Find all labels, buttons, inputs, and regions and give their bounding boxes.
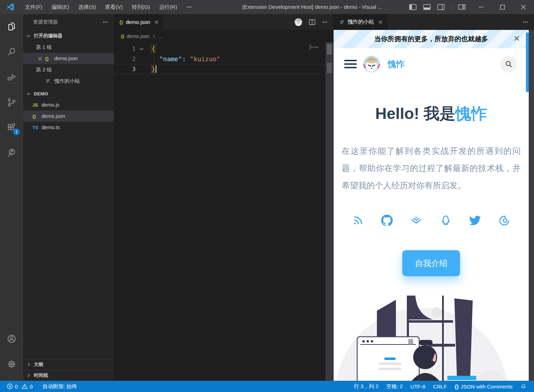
code-editor[interactable]: 1 { 2 "name": "kuizuo" 3 } (114, 42, 333, 381)
menu-edit[interactable]: 编辑(E) (47, 0, 74, 14)
settings-gear-icon[interactable] (3, 355, 20, 373)
tab-kuizuo-site[interactable]: 愧怍的小站 (334, 14, 387, 30)
hero-title: Hello! 我是愧怍 (334, 103, 529, 124)
menu-selection[interactable]: 选择(S) (74, 0, 100, 14)
scrollbar-thumb[interactable] (327, 44, 332, 55)
chevron-down-icon (26, 91, 32, 96)
sidebar-title: 资源管理器 (33, 19, 58, 25)
extensions-icon[interactable]: 1 (3, 119, 20, 137)
breadcrumbs: {} demo.json ... (114, 30, 333, 42)
open-editors-section-header[interactable]: 打开的编辑器 (23, 30, 114, 42)
run-debug-icon[interactable] (3, 68, 20, 86)
sidebar-more-actions-icon[interactable] (103, 19, 108, 25)
hamburger-menu-icon[interactable] (344, 60, 357, 68)
cursor-position[interactable]: 行 3，列 2 (350, 381, 382, 392)
announcement-close-icon[interactable] (513, 35, 520, 42)
menubar: 文件(F) 编辑(E) 选择(S) 查看(V) 转到(G) 运行(R) (20, 0, 197, 14)
rss-icon[interactable] (352, 215, 364, 226)
timeline-section-header[interactable]: 时间线 (23, 370, 114, 381)
menu-run[interactable]: 运行(R) (155, 0, 182, 14)
explorer-sidebar: 资源管理器 打开的编辑器 第 1 组 {} demo.json 第 2 组 (23, 14, 114, 381)
close-tab-icon[interactable] (377, 19, 384, 26)
text-cursor (156, 65, 156, 73)
vscode-logo-icon (0, 3, 20, 11)
minimize-button[interactable] (471, 0, 492, 14)
titlebar: 文件(F) 编辑(E) 选择(S) 查看(V) 转到(G) 运行(R) [Ext… (0, 0, 534, 14)
twitter-icon[interactable] (469, 215, 481, 226)
auto-attach-indicator[interactable]: 自动附加: 始终 (39, 381, 80, 392)
fold-chevron-icon[interactable] (139, 46, 146, 51)
json-file-icon: {} (119, 19, 123, 25)
editor-group-1: {} demo.json (114, 14, 333, 381)
extension-avatar-icon[interactable] (294, 18, 302, 26)
open-editor-demo-json[interactable]: {} demo.json (23, 53, 114, 64)
indentation-setting[interactable]: 空格: 2 (382, 381, 406, 392)
breadcrumb-file[interactable]: demo.json (127, 33, 150, 39)
self-intro-button[interactable]: 自我介绍 (402, 250, 460, 276)
editor-more-actions-icon[interactable] (322, 19, 328, 25)
problems-indicator[interactable]: 0 0 (4, 381, 36, 392)
file-row-demo-js[interactable]: JS demo.js (23, 99, 114, 110)
chevron-down-icon (26, 33, 32, 38)
folder-section-header[interactable]: DEMO (23, 88, 114, 99)
webview-more-actions-icon[interactable] (523, 19, 528, 25)
hero-illustration (334, 295, 529, 381)
outline-section-header[interactable]: 大纲 (23, 359, 114, 370)
warning-icon (21, 383, 28, 390)
site-avatar[interactable] (363, 56, 380, 72)
file-row-demo-json[interactable]: {} demo.json (23, 110, 114, 122)
menu-overflow-icon[interactable] (182, 4, 197, 10)
vscode-window: 文件(F) 编辑(E) 选择(S) 查看(V) 转到(G) 运行(R) [Ext… (0, 0, 534, 392)
braces-icon: {} (455, 384, 459, 390)
netease-music-icon[interactable] (498, 215, 510, 226)
notifications-bell-icon[interactable] (516, 381, 530, 392)
editor-scrollbar[interactable] (325, 42, 333, 381)
close-window-button[interactable] (513, 0, 534, 14)
explorer-icon[interactable] (3, 18, 20, 35)
menu-file[interactable]: 文件(F) (20, 0, 47, 14)
webpage-scrollbar-thumb[interactable] (526, 32, 529, 92)
code-line-3: 3 } (114, 64, 333, 74)
qq-icon[interactable] (440, 215, 452, 226)
open-editor-webview[interactable]: 愧怍的小站 (23, 75, 114, 87)
account-icon[interactable] (3, 330, 20, 348)
webview-tab-bar: 愧怍的小站 (334, 14, 534, 30)
github-icon[interactable] (381, 215, 393, 226)
site-title[interactable]: 愧怍 (388, 58, 405, 70)
ts-file-icon: TS (32, 125, 41, 130)
webview-scrollbar-track[interactable] (529, 30, 534, 381)
maximize-button[interactable] (492, 0, 513, 14)
split-editor-icon[interactable] (309, 19, 316, 26)
menu-view[interactable]: 查看(V) (100, 0, 127, 14)
overview-ruler-cursor-mark (327, 63, 332, 73)
code-line-1: 1 { (114, 44, 333, 54)
toggle-secondary-sidebar-icon[interactable] (437, 4, 445, 11)
social-links (352, 215, 510, 226)
tab-demo-json[interactable]: {} demo.json (114, 14, 163, 30)
customize-layout-icon[interactable] (458, 4, 466, 11)
file-row-demo-ts[interactable]: TS demo.ts (23, 122, 114, 133)
chevron-right-icon (26, 362, 32, 367)
close-editor-icon[interactable] (37, 56, 45, 61)
source-control-icon[interactable] (3, 94, 20, 111)
toggle-sidebar-icon[interactable] (409, 4, 417, 11)
spiral-magnifier-extension-icon[interactable] (3, 144, 20, 162)
hero-accent: 愧怍 (455, 105, 487, 122)
encoding-setting[interactable]: UTF-8 (406, 381, 429, 392)
hero-description: 在这里你能了解到各类实战开发的所遇到的问题，帮助你在学习的过程了解最新的技术栈，… (342, 143, 521, 194)
webview-list-icon (45, 78, 54, 84)
extensions-badge: 1 (13, 128, 20, 135)
site-navbar: 愧怍 (334, 48, 529, 80)
toggle-panel-icon[interactable] (423, 4, 431, 11)
webview-list-icon (339, 19, 345, 25)
menu-go[interactable]: 转到(G) (127, 0, 155, 14)
close-tab-icon[interactable] (153, 19, 160, 26)
search-icon[interactable] (3, 43, 20, 61)
juejin-icon[interactable] (410, 215, 422, 226)
site-search-button[interactable] (500, 56, 517, 72)
eol-setting[interactable]: CRLF (429, 381, 451, 392)
language-mode[interactable]: {} JSON with Comments (451, 381, 516, 392)
chevron-right-icon (26, 373, 32, 378)
minimap[interactable] (309, 45, 323, 50)
breadcrumb-symbol[interactable]: ... (159, 33, 163, 39)
